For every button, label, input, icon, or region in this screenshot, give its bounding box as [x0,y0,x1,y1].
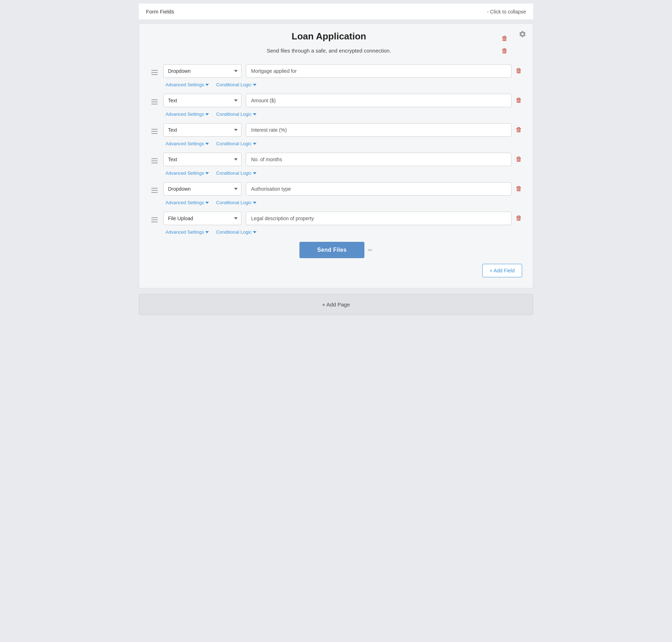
field-type-select-1[interactable]: DropdownTextFile UploadCheckboxRadio [163,94,242,107]
field-label-wrap-4 [246,182,511,196]
add-field-section: + Add Field [150,264,522,277]
subtitle-delete-button[interactable]: 🗑 [502,47,508,54]
trash-icon: 🗑 [502,34,508,42]
form-header: Loan Application 🗑 Send files through a … [150,31,522,54]
subtitle-row: Send files through a safe, and encrypted… [150,48,508,54]
settings-gear-button[interactable] [519,30,526,39]
trash-icon-field: 🗑 [516,97,522,104]
main-card: Loan Application 🗑 Send files through a … [139,23,533,288]
conditional-logic-link-4[interactable]: Conditional Logic [216,200,256,205]
field-type-select-3[interactable]: DropdownTextFile UploadCheckboxRadio [163,153,242,166]
field-row-5: DropdownTextFile UploadCheckboxRadio🗑 [150,212,522,227]
field-delete-0[interactable]: 🗑 [516,64,522,75]
field-label-wrap-2 [246,123,511,137]
trash-icon-field: 🗑 [516,214,522,222]
conditional-logic-link-3[interactable]: Conditional Logic [216,170,256,176]
field-label-input-0[interactable] [246,64,511,78]
form-title: Loan Application [292,31,366,42]
form-subtitle: Send files through a safe, and encrypted… [267,48,391,54]
field-label-wrap-1 [246,94,511,107]
field-settings-row-5: Advanced Settings Conditional Logic [166,229,522,235]
trash-icon-2: 🗑 [502,47,508,54]
field-type-wrap-1: DropdownTextFile UploadCheckboxRadio [163,94,242,107]
send-files-button[interactable]: Send Files [299,242,364,258]
field-label-wrap-5 [246,212,511,225]
field-delete-4[interactable]: 🗑 [516,182,522,192]
trash-icon-field: 🗑 [516,67,522,75]
drag-handle-0[interactable] [150,66,159,79]
trash-icon-field: 🗑 [516,185,522,192]
outer-wrapper: Form Fields - Click to collapse Loan App… [135,0,537,319]
field-delete-1[interactable]: 🗑 [516,94,522,104]
send-files-section: Send Files ✏ [150,242,522,258]
add-field-button[interactable]: + Add Field [482,264,522,277]
field-label-wrap-3 [246,153,511,166]
field-type-wrap-4: DropdownTextFile UploadCheckboxRadio [163,182,242,196]
field-label-input-4[interactable] [246,182,511,196]
drag-handle-5[interactable] [150,213,159,227]
trash-icon-field: 🗑 [516,156,522,163]
drag-handle-3[interactable] [150,154,159,168]
field-type-select-2[interactable]: DropdownTextFile UploadCheckboxRadio [163,123,242,137]
drag-handle-2[interactable] [150,125,159,138]
add-page-bar[interactable]: + Add Page [139,294,533,315]
field-settings-row-2: Advanced Settings Conditional Logic [166,141,522,146]
field-row-2: DropdownTextFile UploadCheckboxRadio🗑 [150,123,522,138]
advanced-settings-link-5[interactable]: Advanced Settings [166,229,209,235]
title-delete-button[interactable]: 🗑 [502,34,508,42]
edit-button-icon[interactable]: ✏ [368,247,373,254]
fields-container: DropdownTextFile UploadCheckboxRadio🗑Adv… [150,64,522,235]
field-delete-5[interactable]: 🗑 [516,212,522,222]
top-bar: Form Fields - Click to collapse [139,4,533,20]
drag-handle-4[interactable] [150,184,159,197]
field-type-wrap-3: DropdownTextFile UploadCheckboxRadio [163,153,242,166]
field-settings-row-0: Advanced Settings Conditional Logic [166,82,522,87]
field-row-1: DropdownTextFile UploadCheckboxRadio🗑 [150,94,522,109]
trash-icon-field: 🗑 [516,126,522,134]
advanced-settings-link-2[interactable]: Advanced Settings [166,141,209,146]
gear-icon [519,30,526,38]
advanced-settings-link-1[interactable]: Advanced Settings [166,111,209,117]
field-delete-2[interactable]: 🗑 [516,123,522,134]
drag-handle-1[interactable] [150,95,159,109]
advanced-settings-link-0[interactable]: Advanced Settings [166,82,209,87]
field-delete-3[interactable]: 🗑 [516,153,522,163]
field-type-select-0[interactable]: DropdownTextFile UploadCheckboxRadio [163,64,242,78]
collapse-button[interactable]: - Click to collapse [487,9,526,15]
field-label-input-5[interactable] [246,212,511,225]
form-fields-title: Form Fields [146,9,174,15]
conditional-logic-link-1[interactable]: Conditional Logic [216,111,256,117]
field-type-wrap-5: DropdownTextFile UploadCheckboxRadio [163,212,242,225]
field-row-4: DropdownTextFile UploadCheckboxRadio🗑 [150,182,522,197]
field-label-input-2[interactable] [246,123,511,137]
field-settings-row-4: Advanced Settings Conditional Logic [166,200,522,205]
field-type-select-5[interactable]: DropdownTextFile UploadCheckboxRadio [163,212,242,225]
advanced-settings-link-3[interactable]: Advanced Settings [166,170,209,176]
field-type-select-4[interactable]: DropdownTextFile UploadCheckboxRadio [163,182,242,196]
field-type-wrap-0: DropdownTextFile UploadCheckboxRadio [163,64,242,78]
field-settings-row-1: Advanced Settings Conditional Logic [166,111,522,117]
field-label-wrap-0 [246,64,511,78]
conditional-logic-link-2[interactable]: Conditional Logic [216,141,256,146]
field-label-input-1[interactable] [246,94,511,107]
field-row-0: DropdownTextFile UploadCheckboxRadio🗑 [150,64,522,79]
field-type-wrap-2: DropdownTextFile UploadCheckboxRadio [163,123,242,137]
conditional-logic-link-5[interactable]: Conditional Logic [216,229,256,235]
field-settings-row-3: Advanced Settings Conditional Logic [166,170,522,176]
title-row: Loan Application 🗑 [150,31,508,45]
advanced-settings-link-4[interactable]: Advanced Settings [166,200,209,205]
field-label-input-3[interactable] [246,153,511,166]
conditional-logic-link-0[interactable]: Conditional Logic [216,82,256,87]
field-row-3: DropdownTextFile UploadCheckboxRadio🗑 [150,153,522,168]
